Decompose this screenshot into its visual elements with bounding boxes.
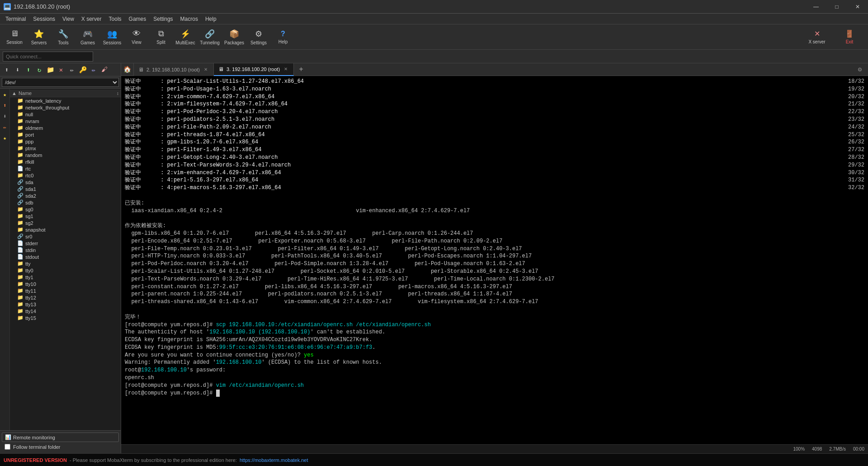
list-item[interactable]: 🔗sda1 xyxy=(10,185,121,192)
sidebar-permissions-icon[interactable]: 🔑 xyxy=(78,65,88,75)
list-item[interactable]: 🔗sda xyxy=(10,179,121,185)
folder-icon: 📁 xyxy=(17,295,24,300)
list-item[interactable]: 📄stdout xyxy=(10,253,121,260)
split-button[interactable]: ⧉ Split xyxy=(149,26,173,48)
toolbar: 🖥 Session ⭐ Servers 🔧 Tools 🎮 Games 👥 Se… xyxy=(0,24,868,50)
servers-icon: ⭐ xyxy=(34,29,44,39)
list-item[interactable]: 📁ptmx xyxy=(10,145,121,152)
list-item[interactable]: 🔗sr0 xyxy=(10,233,121,240)
tools-button[interactable]: 🔧 Tools xyxy=(52,26,75,48)
help-button[interactable]: ? Help xyxy=(271,26,295,48)
list-item[interactable]: 📁network_throughput xyxy=(10,104,121,111)
list-item[interactable]: 📄stderr xyxy=(10,240,121,247)
view-button[interactable]: 👁 View xyxy=(125,26,148,48)
terminal-content[interactable]: 验证中 : perl-Scalar-List-Utils-1.27-248.el… xyxy=(121,76,868,444)
list-item[interactable]: 📄rtc xyxy=(10,165,121,172)
list-item[interactable]: 📁sg0 xyxy=(10,206,121,213)
list-item[interactable]: 📁tty12 xyxy=(10,294,121,301)
list-item[interactable]: 📁snapshot xyxy=(10,226,121,233)
quick-connect-input[interactable] xyxy=(3,52,93,62)
sessions-button[interactable]: 👥 Sessions xyxy=(100,26,124,48)
menu-games[interactable]: Games xyxy=(125,14,150,24)
sidebar-home-icon[interactable]: ⬆ xyxy=(2,65,12,75)
list-item[interactable]: 📁network_latency xyxy=(10,97,121,104)
tab-home-button[interactable]: 🏠 xyxy=(121,63,134,76)
menu-macros[interactable]: Macros xyxy=(177,14,202,24)
list-item[interactable]: 📁tty14 xyxy=(10,308,121,314)
follow-terminal-checkbox[interactable] xyxy=(5,444,10,450)
sidebar-nav-icon-4[interactable]: ✏ xyxy=(1,123,9,131)
sidebar-rename-icon[interactable]: ✏ xyxy=(67,65,77,75)
menu-sessions[interactable]: Sessions xyxy=(29,14,59,24)
menu-help[interactable]: Help xyxy=(202,14,220,24)
menu-xserver[interactable]: X server xyxy=(78,14,105,24)
tab-1[interactable]: 🖥 2. 192.168.100.10 (root) ✕ xyxy=(134,63,214,76)
servers-button[interactable]: ⭐ Servers xyxy=(27,26,51,48)
packages-label: Packages xyxy=(224,40,244,45)
sidebar-nav-icon-1[interactable]: ★ xyxy=(1,90,9,99)
sidebar-paint-icon[interactable]: 🖌 xyxy=(99,65,109,75)
list-item[interactable]: 📁ppp xyxy=(10,138,121,145)
sidebar-upload-icon[interactable]: ⬆ xyxy=(24,65,33,75)
sidebar-delete-icon[interactable]: ✕ xyxy=(56,65,66,75)
sidebar-nav-icon-5[interactable]: ★ xyxy=(1,134,9,142)
settings-button[interactable]: ⚙ Settings xyxy=(247,26,270,48)
tab-2[interactable]: 🖥 3. 192.168.100.20 (root) ✕ xyxy=(214,63,294,76)
menu-terminal[interactable]: Terminal xyxy=(2,14,29,24)
games-button[interactable]: 🎮 Games xyxy=(76,26,99,48)
multiexec-button[interactable]: ⚡ MultiExec xyxy=(174,26,197,48)
tree-header: ▲ Name ↕ xyxy=(10,90,121,97)
tab-2-close[interactable]: ✕ xyxy=(283,66,289,72)
maximize-button[interactable]: □ xyxy=(826,0,847,14)
folder-icon: 📁 xyxy=(17,132,24,138)
list-item[interactable]: 📁rfkill xyxy=(10,158,121,165)
session-button[interactable]: 🖥 Session xyxy=(3,26,26,48)
list-item[interactable]: 📁tty0 xyxy=(10,267,121,274)
list-item[interactable]: 📁tty10 xyxy=(10,281,121,287)
list-item[interactable]: 📁rtc0 xyxy=(10,172,121,179)
tab-1-close[interactable]: ✕ xyxy=(203,67,209,73)
sidebar-nav-icon-3[interactable]: ⬇ xyxy=(1,112,9,120)
tab-settings-icon[interactable]: ⚙ xyxy=(854,64,865,75)
sidebar-refresh-icon[interactable]: ↻ xyxy=(34,65,44,75)
list-item[interactable]: 📁sg1 xyxy=(10,213,121,219)
close-button[interactable]: ✕ xyxy=(847,0,868,14)
folder-icon: 📁 xyxy=(17,159,24,165)
list-item[interactable]: 📁tty11 xyxy=(10,287,121,294)
menu-settings[interactable]: Settings xyxy=(150,14,176,24)
list-item[interactable]: 📁random xyxy=(10,152,121,158)
list-item[interactable]: 🔗sda2 xyxy=(10,192,121,199)
list-item[interactable]: 📁tty15 xyxy=(10,314,121,321)
list-item[interactable]: 📁tty13 xyxy=(10,301,121,308)
list-item[interactable]: 📁null xyxy=(10,111,121,118)
folder-icon: 📁 xyxy=(17,315,24,321)
sidebar-path-select[interactable]: /dev/ xyxy=(2,78,119,87)
list-item[interactable]: 📁oldmem xyxy=(10,124,121,131)
list-item[interactable]: 📄stdin xyxy=(10,247,121,253)
sidebar-newfolder-icon[interactable]: 📁 xyxy=(45,65,55,75)
folder-icon: 📁 xyxy=(17,227,24,233)
xserver-button[interactable]: ✕ X server xyxy=(801,26,833,48)
list-item[interactable]: 📁nvram xyxy=(10,118,121,124)
tree-col-name: Name xyxy=(19,90,32,96)
list-item[interactable]: 🔗sdb xyxy=(10,199,121,206)
tunneling-button[interactable]: 🔗 Tunneling xyxy=(198,26,222,48)
file-icon: 📄 xyxy=(17,247,24,253)
support-link[interactable]: https://mobaxterm.mobatek.net xyxy=(240,457,308,463)
sidebar-nav-icon-2[interactable]: ⬆ xyxy=(1,101,9,109)
link-icon: 🔗 xyxy=(17,193,24,199)
list-item[interactable]: 📁sg2 xyxy=(10,219,121,226)
status-right: 100% 4098 2.7MB/s 00:00 xyxy=(793,447,864,452)
sidebar-download-icon[interactable]: ⬇ xyxy=(13,65,23,75)
packages-button[interactable]: 📦 Packages xyxy=(222,26,246,48)
minimize-button[interactable]: — xyxy=(806,0,826,14)
remote-monitoring-button[interactable]: 📊 Remote monitoring xyxy=(2,433,119,442)
new-tab-button[interactable]: + xyxy=(295,63,307,76)
exit-button[interactable]: 🚪 Exit xyxy=(834,26,865,48)
sidebar-open-icon[interactable]: ✏ xyxy=(89,65,99,75)
menu-tools[interactable]: Tools xyxy=(105,14,125,24)
menu-view[interactable]: View xyxy=(59,14,78,24)
list-item[interactable]: 📁port xyxy=(10,131,121,138)
list-item[interactable]: 📁tty xyxy=(10,260,121,267)
list-item[interactable]: 📁tty1 xyxy=(10,274,121,281)
